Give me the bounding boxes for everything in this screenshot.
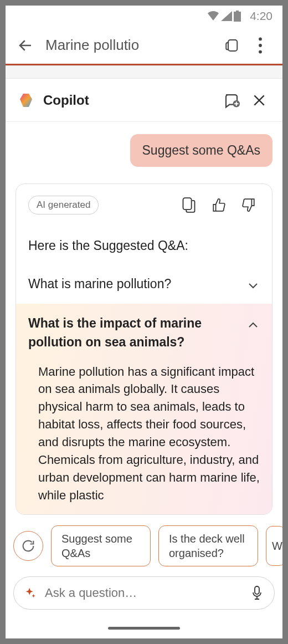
status-bar: 4:20 — [6, 6, 282, 27]
svg-rect-6 — [183, 198, 192, 209]
more-button[interactable] — [249, 34, 271, 57]
signal-icon — [221, 11, 232, 21]
question-input-container — [13, 576, 275, 610]
section-divider — [6, 65, 282, 79]
thumbs-down-button[interactable] — [238, 194, 260, 216]
qa-answer-text: Marine pollution has a significant impac… — [28, 359, 260, 504]
back-button[interactable] — [17, 37, 34, 54]
chat-plus-icon — [223, 92, 240, 109]
copilot-header: Copilot — [6, 79, 282, 122]
copilot-icon — [225, 37, 242, 54]
assistant-response-card: AI generated Here is the Suggested Q&A: … — [16, 183, 272, 515]
copy-icon — [182, 197, 196, 213]
arrow-left-icon — [17, 37, 34, 54]
home-bar[interactable] — [108, 627, 180, 630]
close-copilot-button[interactable] — [248, 89, 270, 111]
response-toolbar: AI generated — [16, 184, 272, 226]
qa-item-collapsed[interactable]: What is marine pollution? — [16, 264, 272, 304]
copilot-logo-icon — [18, 91, 35, 109]
qa-question-text: What is the impact of marine pollution o… — [28, 314, 240, 352]
chevron-down-icon — [246, 279, 260, 293]
sparkle-icon — [24, 586, 37, 600]
qa-header-row: What is the impact of marine pollution o… — [28, 314, 260, 352]
chat-area: Suggest some Q&As AI generated Here is t… — [6, 122, 282, 515]
suggestions-row: Suggest some Q&As Is the deck well organ… — [6, 515, 282, 572]
refresh-icon — [20, 538, 36, 554]
new-chat-button[interactable] — [220, 89, 243, 111]
response-intro-text: Here is the Suggested Q&A: — [16, 226, 272, 264]
svg-rect-1 — [236, 11, 239, 12]
refresh-suggestions-button[interactable] — [13, 531, 43, 561]
device-frame: 4:20 Marine pollutio Copilot Suggest som… — [0, 0, 288, 644]
chevron-up-icon — [246, 318, 260, 331]
more-vertical-icon — [258, 37, 263, 54]
ai-generated-badge: AI generated — [28, 196, 99, 214]
home-indicator — [6, 617, 282, 638]
copilot-toolbar-button[interactable] — [223, 34, 245, 57]
svg-point-3 — [259, 44, 262, 47]
wifi-icon — [207, 11, 219, 21]
input-row — [6, 572, 282, 617]
suggestion-chip[interactable]: Suggest some Q&As — [51, 525, 151, 566]
copilot-title: Copilot — [43, 93, 215, 108]
user-message: Suggest some Q&As — [130, 134, 273, 167]
svg-rect-0 — [234, 12, 241, 22]
status-time: 4:20 — [250, 9, 272, 23]
app-bar: Marine pollutio — [6, 27, 282, 65]
svg-point-2 — [259, 37, 262, 40]
voice-input-button[interactable] — [250, 586, 264, 600]
suggestion-chip[interactable]: W th — [266, 526, 286, 566]
qa-question-text: What is marine pollution? — [28, 274, 240, 294]
microphone-icon — [251, 586, 263, 600]
battery-icon — [234, 11, 241, 22]
qa-item-expanded[interactable]: What is the impact of marine pollution o… — [16, 304, 272, 514]
svg-point-4 — [259, 50, 262, 53]
suggestion-chip[interactable]: Is the deck well organised? — [158, 525, 258, 566]
close-icon — [252, 93, 266, 108]
thumbs-up-icon — [212, 198, 226, 212]
svg-rect-7 — [255, 586, 259, 594]
copy-button[interactable] — [178, 194, 200, 216]
document-title: Marine pollutio — [45, 37, 218, 54]
thumbs-up-button[interactable] — [208, 194, 230, 216]
status-icons — [207, 11, 241, 22]
thumbs-down-icon — [241, 198, 256, 212]
question-input[interactable] — [45, 586, 242, 600]
